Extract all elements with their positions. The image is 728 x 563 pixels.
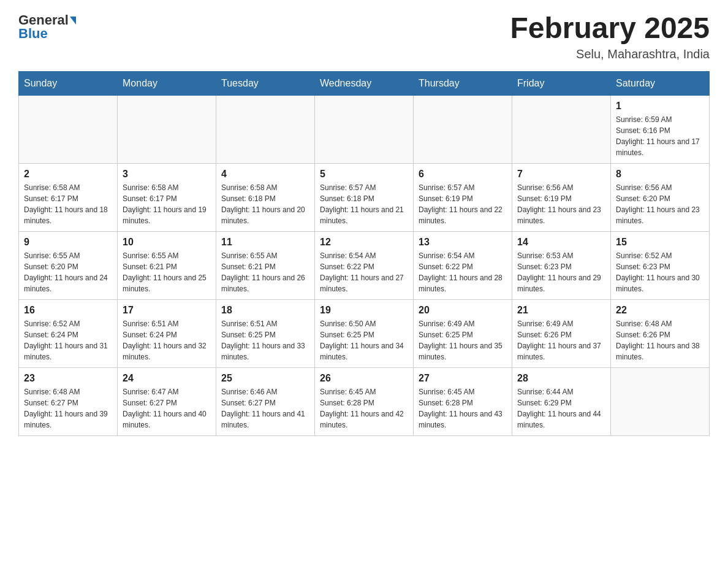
logo: General Blue: [18, 12, 77, 42]
day-of-week-header: Tuesday: [216, 71, 315, 95]
calendar-day-cell: 11Sunrise: 6:55 AM Sunset: 6:21 PM Dayli…: [216, 231, 315, 299]
calendar-day-cell: 12Sunrise: 6:54 AM Sunset: 6:22 PM Dayli…: [315, 231, 414, 299]
month-title: February 2025: [510, 12, 710, 45]
day-info: Sunrise: 6:48 AM Sunset: 6:26 PM Dayligh…: [616, 318, 704, 362]
day-number: 14: [517, 237, 605, 248]
day-info: Sunrise: 6:54 AM Sunset: 6:22 PM Dayligh…: [320, 250, 408, 294]
page-header: General Blue February 2025 Selu, Maharas…: [18, 12, 710, 61]
day-info: Sunrise: 6:57 AM Sunset: 6:19 PM Dayligh…: [419, 182, 507, 226]
calendar-day-cell: 13Sunrise: 6:54 AM Sunset: 6:22 PM Dayli…: [414, 231, 512, 299]
day-number: 25: [221, 373, 309, 384]
calendar-day-cell: 5Sunrise: 6:57 AM Sunset: 6:18 PM Daylig…: [315, 163, 414, 231]
day-number: 20: [419, 305, 507, 316]
day-number: 11: [221, 237, 309, 248]
logo-arrow-icon: [70, 17, 76, 25]
calendar-day-cell: 21Sunrise: 6:49 AM Sunset: 6:26 PM Dayli…: [512, 299, 611, 367]
calendar-day-cell: 17Sunrise: 6:51 AM Sunset: 6:24 PM Dayli…: [118, 299, 216, 367]
calendar-day-cell: [611, 367, 710, 435]
day-info: Sunrise: 6:49 AM Sunset: 6:25 PM Dayligh…: [419, 318, 507, 362]
calendar-day-cell: 3Sunrise: 6:58 AM Sunset: 6:17 PM Daylig…: [118, 163, 216, 231]
day-number: 24: [123, 373, 211, 384]
calendar-day-cell: 16Sunrise: 6:52 AM Sunset: 6:24 PM Dayli…: [19, 299, 118, 367]
calendar-day-cell: 1Sunrise: 6:59 AM Sunset: 6:16 PM Daylig…: [611, 95, 710, 163]
calendar-day-cell: 20Sunrise: 6:49 AM Sunset: 6:25 PM Dayli…: [414, 299, 512, 367]
calendar-day-cell: 28Sunrise: 6:44 AM Sunset: 6:29 PM Dayli…: [512, 367, 611, 435]
calendar-week-row: 1Sunrise: 6:59 AM Sunset: 6:16 PM Daylig…: [19, 95, 710, 163]
day-number: 28: [517, 373, 605, 384]
day-info: Sunrise: 6:58 AM Sunset: 6:17 PM Dayligh…: [24, 182, 112, 226]
day-info: Sunrise: 6:57 AM Sunset: 6:18 PM Dayligh…: [320, 182, 408, 226]
calendar-week-row: 16Sunrise: 6:52 AM Sunset: 6:24 PM Dayli…: [19, 299, 710, 367]
calendar-day-cell: [19, 95, 118, 163]
calendar-week-row: 2Sunrise: 6:58 AM Sunset: 6:17 PM Daylig…: [19, 163, 710, 231]
day-number: 9: [24, 237, 112, 248]
calendar-week-row: 9Sunrise: 6:55 AM Sunset: 6:20 PM Daylig…: [19, 231, 710, 299]
calendar-day-cell: 7Sunrise: 6:56 AM Sunset: 6:19 PM Daylig…: [512, 163, 611, 231]
day-info: Sunrise: 6:55 AM Sunset: 6:20 PM Dayligh…: [24, 250, 112, 294]
calendar-day-cell: 10Sunrise: 6:55 AM Sunset: 6:21 PM Dayli…: [118, 231, 216, 299]
day-number: 3: [123, 169, 211, 180]
day-of-week-header: Thursday: [414, 71, 512, 95]
calendar-day-cell: 15Sunrise: 6:52 AM Sunset: 6:23 PM Dayli…: [611, 231, 710, 299]
day-of-week-header: Saturday: [611, 71, 710, 95]
day-info: Sunrise: 6:51 AM Sunset: 6:24 PM Dayligh…: [123, 318, 211, 362]
day-info: Sunrise: 6:56 AM Sunset: 6:20 PM Dayligh…: [616, 182, 704, 226]
calendar-day-cell: 4Sunrise: 6:58 AM Sunset: 6:18 PM Daylig…: [216, 163, 315, 231]
calendar-day-cell: [118, 95, 216, 163]
calendar-day-cell: 23Sunrise: 6:48 AM Sunset: 6:27 PM Dayli…: [19, 367, 118, 435]
day-number: 16: [24, 305, 112, 316]
day-info: Sunrise: 6:58 AM Sunset: 6:18 PM Dayligh…: [221, 182, 309, 226]
day-number: 22: [616, 305, 704, 316]
calendar-day-cell: 14Sunrise: 6:53 AM Sunset: 6:23 PM Dayli…: [512, 231, 611, 299]
title-block: February 2025 Selu, Maharashtra, India: [510, 12, 710, 61]
day-info: Sunrise: 6:52 AM Sunset: 6:23 PM Dayligh…: [616, 250, 704, 294]
day-number: 17: [123, 305, 211, 316]
day-number: 19: [320, 305, 408, 316]
calendar-day-cell: 6Sunrise: 6:57 AM Sunset: 6:19 PM Daylig…: [414, 163, 512, 231]
calendar-table: SundayMondayTuesdayWednesdayThursdayFrid…: [18, 71, 710, 436]
calendar-day-cell: [216, 95, 315, 163]
calendar-day-cell: 19Sunrise: 6:50 AM Sunset: 6:25 PM Dayli…: [315, 299, 414, 367]
day-info: Sunrise: 6:44 AM Sunset: 6:29 PM Dayligh…: [517, 386, 605, 431]
day-info: Sunrise: 6:49 AM Sunset: 6:26 PM Dayligh…: [517, 318, 605, 362]
calendar-day-cell: 2Sunrise: 6:58 AM Sunset: 6:17 PM Daylig…: [19, 163, 118, 231]
calendar-day-cell: 25Sunrise: 6:46 AM Sunset: 6:27 PM Dayli…: [216, 367, 315, 435]
day-number: 10: [123, 237, 211, 248]
day-number: 7: [517, 169, 605, 180]
day-number: 6: [419, 169, 507, 180]
day-number: 21: [517, 305, 605, 316]
calendar-week-row: 23Sunrise: 6:48 AM Sunset: 6:27 PM Dayli…: [19, 367, 710, 435]
day-of-week-header: Friday: [512, 71, 611, 95]
logo-blue-text: Blue: [18, 26, 48, 42]
day-info: Sunrise: 6:58 AM Sunset: 6:17 PM Dayligh…: [123, 182, 211, 226]
day-info: Sunrise: 6:55 AM Sunset: 6:21 PM Dayligh…: [123, 250, 211, 294]
day-info: Sunrise: 6:45 AM Sunset: 6:28 PM Dayligh…: [320, 386, 408, 431]
calendar-day-cell: 22Sunrise: 6:48 AM Sunset: 6:26 PM Dayli…: [611, 299, 710, 367]
calendar-day-cell: 8Sunrise: 6:56 AM Sunset: 6:20 PM Daylig…: [611, 163, 710, 231]
day-info: Sunrise: 6:59 AM Sunset: 6:16 PM Dayligh…: [616, 114, 704, 158]
day-number: 5: [320, 169, 408, 180]
day-number: 12: [320, 237, 408, 248]
day-info: Sunrise: 6:47 AM Sunset: 6:27 PM Dayligh…: [123, 386, 211, 431]
calendar-day-cell: [414, 95, 512, 163]
day-number: 23: [24, 373, 112, 384]
day-number: 4: [221, 169, 309, 180]
day-info: Sunrise: 6:54 AM Sunset: 6:22 PM Dayligh…: [419, 250, 507, 294]
calendar-day-cell: 24Sunrise: 6:47 AM Sunset: 6:27 PM Dayli…: [118, 367, 216, 435]
day-of-week-header: Sunday: [19, 71, 118, 95]
day-info: Sunrise: 6:51 AM Sunset: 6:25 PM Dayligh…: [221, 318, 309, 362]
day-info: Sunrise: 6:53 AM Sunset: 6:23 PM Dayligh…: [517, 250, 605, 294]
day-number: 8: [616, 169, 704, 180]
day-number: 13: [419, 237, 507, 248]
day-info: Sunrise: 6:52 AM Sunset: 6:24 PM Dayligh…: [24, 318, 112, 362]
calendar-day-cell: [315, 95, 414, 163]
day-info: Sunrise: 6:56 AM Sunset: 6:19 PM Dayligh…: [517, 182, 605, 226]
calendar-day-cell: 9Sunrise: 6:55 AM Sunset: 6:20 PM Daylig…: [19, 231, 118, 299]
day-of-week-header: Monday: [118, 71, 216, 95]
day-number: 27: [419, 373, 507, 384]
day-info: Sunrise: 6:50 AM Sunset: 6:25 PM Dayligh…: [320, 318, 408, 362]
day-number: 18: [221, 305, 309, 316]
calendar-day-cell: 18Sunrise: 6:51 AM Sunset: 6:25 PM Dayli…: [216, 299, 315, 367]
day-info: Sunrise: 6:48 AM Sunset: 6:27 PM Dayligh…: [24, 386, 112, 431]
day-number: 15: [616, 237, 704, 248]
